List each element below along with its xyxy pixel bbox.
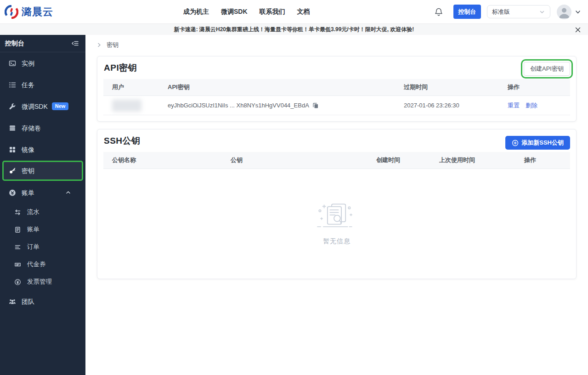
breadcrumb: 密钥 (85, 35, 588, 49)
reset-link[interactable]: 重置 (508, 101, 520, 110)
order-icon (14, 244, 22, 251)
sidebar-item-label: 密钥 (22, 168, 34, 174)
user-menu-chevron-icon[interactable] (574, 8, 582, 16)
nav-item-finetune-sdk[interactable]: 微调SDK (221, 8, 248, 16)
nav-item-docs[interactable]: 文档 (297, 8, 310, 16)
logo-icon (5, 5, 18, 19)
api-key-card: API密钥 创建API密钥 用户 API密钥 过期时间 操作 eyJhbGciO… (97, 56, 577, 122)
sidebar-item-vouchers[interactable]: 代金券 (0, 256, 85, 273)
chevron-down-icon (539, 9, 545, 15)
promo-banner-text: 新卡速递: 潞晨云H20集群重磅上线！海量显卡等你租！单卡最低3.99元/卡时！… (174, 26, 414, 34)
add-ssh-key-button[interactable]: 添加新SSH公钥 (505, 136, 570, 150)
console-button[interactable]: 控制台 (453, 5, 481, 19)
sidebar-item-keys[interactable]: 密钥 (4, 162, 82, 179)
grid-icon (8, 146, 16, 153)
ssh-empty-state: 暂无信息 (97, 169, 576, 279)
invoice-icon (14, 279, 22, 285)
sidebar-item-invoices[interactable]: 发票管理 (0, 273, 85, 291)
main-nav: 成为机主 微调SDK 联系我们 文档 (183, 0, 310, 23)
ssh-col-name: 公钥名称 (103, 156, 222, 164)
ssh-key-table: 公钥名称 公钥 创建时间 上次使用时间 操作 (103, 152, 570, 169)
add-ssh-key-label: 添加新SSH公钥 (521, 139, 564, 147)
api-table-row: eyJhbGciOiJSUzI1NiIs ... Xh8NYs1hHgVV044… (103, 96, 570, 115)
sidebar-item-label: 发票管理 (27, 279, 52, 285)
api-key-value: eyJhbGciOiJSUzI1NiIs ... Xh8NYs1hHgVV044… (168, 102, 309, 109)
api-col-actions: 操作 (499, 83, 570, 91)
plus-circle-icon (512, 140, 519, 146)
sidebar-item-finetune-sdk[interactable]: 微调SDK New (0, 95, 85, 117)
sidebar-item-orders[interactable]: 订单 (0, 238, 85, 256)
storage-icon (8, 124, 16, 132)
sidebar-item-label: 订单 (27, 244, 40, 250)
sidebar-item-label: 团队 (22, 298, 34, 305)
main-content: 密钥 API密钥 创建API密钥 用户 API密钥 过期时间 操作 eyJhbG… (85, 35, 588, 375)
sidebar: 控制台 实例 任务 (0, 35, 85, 375)
banner-close-icon[interactable] (574, 24, 582, 35)
nav-item-contact-us[interactable]: 联系我们 (260, 8, 285, 16)
top-header: 潞晨云 成为机主 微调SDK 联系我们 文档 控制台 标准版 (0, 0, 588, 23)
ssh-col-lastused: 上次使用时间 (430, 156, 515, 164)
api-key-table: 用户 API密钥 过期时间 操作 eyJhbGciOiJSUzI1NiIs ..… (103, 79, 570, 115)
ssh-col-key: 公钥 (222, 156, 368, 164)
sidebar-item-images[interactable]: 镜像 (0, 139, 85, 160)
sidebar-item-instances[interactable]: 实例 (0, 52, 85, 74)
user-avatar[interactable] (557, 5, 571, 19)
sidebar-item-label: 镜像 (22, 146, 34, 153)
empty-state-text: 暂无信息 (323, 237, 351, 246)
plan-select[interactable]: 标准版 (487, 5, 550, 18)
empty-documents-illustration (316, 202, 358, 232)
terminal-icon (8, 60, 16, 67)
api-key-expiry: 2027-01-06 23:26:30 (395, 102, 499, 109)
sidebar-item-transactions[interactable]: 流水 (0, 203, 85, 221)
wrench-icon (8, 103, 16, 110)
sidebar-header: 控制台 (0, 35, 85, 52)
sidebar-collapse-icon[interactable] (71, 39, 79, 47)
breadcrumb-current: 密钥 (107, 41, 119, 49)
sidebar-item-label: 存储卷 (22, 125, 41, 131)
brand-logo[interactable]: 潞晨云 (5, 0, 53, 23)
ssh-col-created: 创建时间 (368, 156, 430, 164)
ssh-card-title: SSH公钥 (97, 129, 576, 147)
sidebar-item-team[interactable]: 团队 (0, 291, 85, 312)
sidebar-item-tasks[interactable]: 任务 (0, 74, 85, 95)
yuan-circle-icon (8, 189, 16, 196)
tasks-icon (8, 81, 16, 89)
sidebar-item-label: 代金券 (27, 261, 46, 268)
copy-icon[interactable] (312, 102, 319, 109)
nav-item-become-host[interactable]: 成为机主 (183, 8, 209, 16)
sidebar-item-label: 账单 (27, 226, 40, 233)
create-api-key-button[interactable]: 创建API密钥 (524, 62, 570, 76)
sidebar-title: 控制台 (5, 39, 71, 48)
sidebar-item-label: 微调SDK (22, 103, 48, 110)
sidebar-item-label: 账单 (22, 190, 34, 196)
ssh-table-header: 公钥名称 公钥 创建时间 上次使用时间 操作 (103, 152, 570, 169)
promo-banner: 新卡速递: 潞晨云H20集群重磅上线！海量显卡等你租！单卡最低3.99元/卡时！… (0, 23, 588, 35)
api-table-header: 用户 API密钥 过期时间 操作 (103, 79, 570, 96)
sidebar-item-billing-group[interactable]: 账单 (0, 182, 85, 203)
api-col-expires: 过期时间 (395, 83, 499, 91)
voucher-icon (14, 261, 22, 268)
bill-icon (14, 226, 22, 233)
chevron-right-icon[interactable] (96, 42, 102, 48)
transfer-icon (14, 209, 22, 216)
ssh-col-actions: 操作 (515, 156, 570, 164)
notification-bell-icon[interactable] (434, 7, 443, 17)
new-badge: New (52, 102, 69, 110)
sidebar-item-label: 流水 (27, 209, 40, 215)
team-icon (8, 298, 16, 305)
ssh-key-card: SSH公钥 添加新SSH公钥 公钥名称 公钥 创建时间 上次使用时间 操作 (97, 129, 577, 279)
sidebar-item-label: 任务 (22, 82, 34, 88)
api-col-user: 用户 (103, 83, 159, 91)
sidebar-item-bills[interactable]: 账单 (0, 221, 85, 238)
header-controls: 控制台 标准版 (434, 0, 582, 23)
delete-link[interactable]: 删除 (526, 101, 537, 110)
sidebar-item-label: 实例 (22, 60, 34, 67)
key-icon (8, 167, 16, 174)
brand-name: 潞晨云 (22, 5, 53, 19)
sidebar-item-storage-volumes[interactable]: 存储卷 (0, 117, 85, 139)
redacted-user-cell (112, 100, 141, 112)
plan-select-value: 标准版 (492, 8, 539, 16)
chevron-up-icon[interactable] (65, 190, 71, 196)
api-col-key: API密钥 (159, 83, 395, 91)
api-card-title: API密钥 (97, 56, 576, 74)
